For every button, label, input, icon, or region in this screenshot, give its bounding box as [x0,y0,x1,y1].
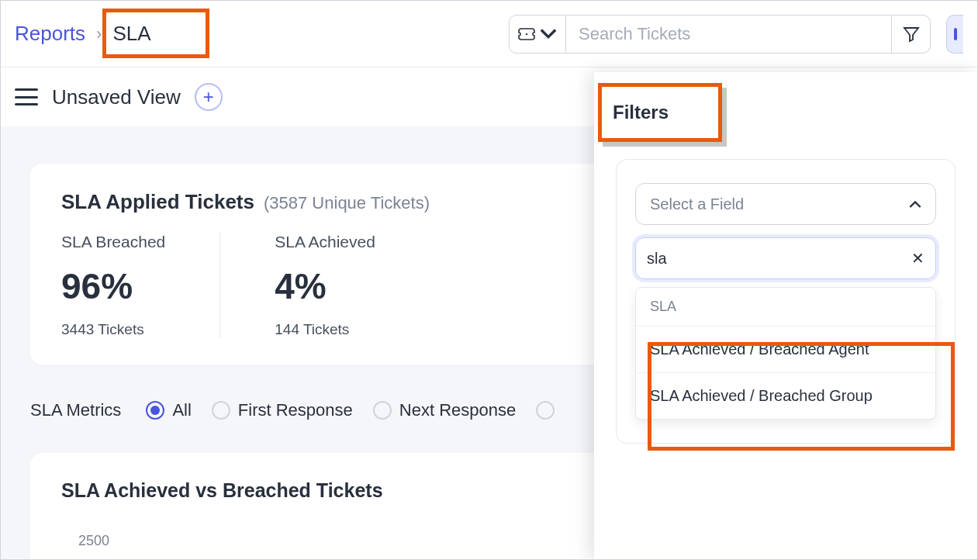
svg-point-0 [526,33,527,34]
radio-extra[interactable] [536,401,555,420]
field-search-input[interactable] [647,250,911,268]
menu-icon[interactable] [15,88,38,105]
chevron-right-icon: › [96,24,102,44]
sla-metrics-label: SLA Metrics [30,400,121,420]
filters-panel: Filters Select a Field ✕ SLA SLA Achieve… [594,72,977,560]
svg-rect-1 [954,28,957,40]
kpi-breached-label: SLA Breached [61,233,165,251]
radio-all[interactable]: All [146,400,191,420]
kpi-title: SLA Applied Tickets [61,190,254,214]
funnel-icon [903,26,920,43]
radio-next-response-label: Next Response [399,400,516,420]
dropdown-option-group[interactable]: SLA Achieved / Breached Group [636,372,935,419]
field-search-row: ✕ [635,237,936,279]
search-input[interactable] [566,15,892,54]
radio-all-label: All [172,400,191,420]
breadcrumb-current: SLA [112,22,150,46]
kpi-achieved-value: 4% [275,265,375,307]
radio-first-response[interactable]: First Response [212,400,353,420]
kpi-achieved-count: 144 Tickets [275,321,375,338]
select-field-dropdown[interactable]: Select a Field [635,183,936,225]
radio-next-response[interactable]: Next Response [373,400,516,420]
kpi-breached-count: 3443 Tickets [61,321,165,338]
clear-icon[interactable]: ✕ [911,249,924,268]
dropdown-option-agent[interactable]: SLA Achieved / Breached Agent [636,326,935,372]
side-toggle-button[interactable] [946,15,963,54]
chevron-up-icon [909,198,921,210]
chevron-down-icon [540,28,557,40]
kpi-achieved-col: SLA Achieved 4% 144 Tickets [219,233,430,338]
radio-first-response-label: First Response [238,400,353,420]
view-title: Unsaved View [52,85,181,109]
filters-heading: Filters [613,102,977,123]
top-bar: Reports › SLA [1,1,977,67]
filter-button[interactable] [892,15,931,54]
ticket-type-dropdown[interactable] [509,15,566,54]
select-field-placeholder: Select a Field [650,195,744,213]
filter-field-box: Select a Field ✕ SLA SLA Achieved / Brea… [616,159,956,444]
ticket-icon [518,28,535,40]
breadcrumb-root[interactable]: Reports [15,22,85,46]
kpi-subtitle: (3587 Unique Tickets) [264,193,430,213]
handle-icon [952,26,959,42]
field-dropdown: SLA SLA Achieved / Breached Agent SLA Ac… [635,287,936,420]
kpi-achieved-label: SLA Achieved [275,233,375,251]
search-group [509,15,931,54]
add-view-button[interactable]: + [195,83,223,111]
kpi-breached-col: SLA Breached 96% 3443 Tickets [61,233,219,338]
dropdown-group-label: SLA [636,288,935,326]
breadcrumb: Reports › SLA [15,22,151,46]
kpi-breached-value: 96% [61,265,165,307]
